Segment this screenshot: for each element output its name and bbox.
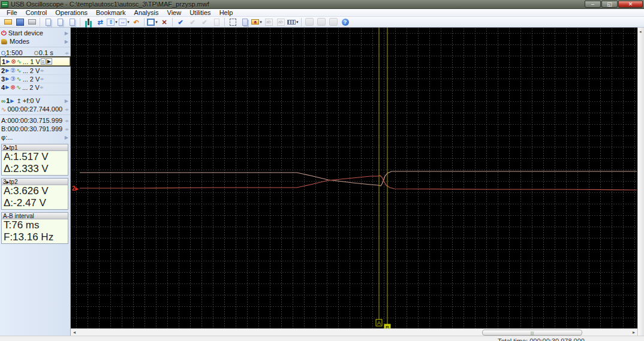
- channel-on-icon[interactable]: ③: [10, 76, 16, 82]
- menu-utilities[interactable]: Utilities: [185, 9, 215, 17]
- waveform-mode-icon[interactable]: ∿: [16, 84, 21, 90]
- horizontal-scale-icon: ⇔: [119, 19, 127, 26]
- channel-scale-label: ... 2 V: [23, 76, 40, 83]
- marker-a-row[interactable]: A:000:00:30.715.999 ◂▸: [0, 116, 70, 125]
- channel-3-row[interactable]: 3▶ ③ ∿ ... 2 V ◂▸: [0, 74, 70, 83]
- close-button[interactable]: ✕: [618, 1, 643, 8]
- tp1-delta-value: Δ:2.333 V: [2, 163, 68, 175]
- toolbar-separator: [40, 18, 40, 26]
- stepper-arrows-icon[interactable]: ◂▸: [65, 107, 69, 112]
- export-fragment-button[interactable]: [67, 17, 77, 27]
- dropdown-arrow-icon[interactable]: ▾: [260, 20, 262, 25]
- menu-help[interactable]: Help: [215, 9, 237, 17]
- trigger-channel: 1: [6, 97, 10, 104]
- stepper-arrows-icon[interactable]: ◂▸: [40, 76, 44, 82]
- stepper-arrows-icon[interactable]: ◂▸: [40, 68, 44, 73]
- tp2-amplitude-value: A:3.626 V: [2, 185, 68, 197]
- copy-selection-button[interactable]: [239, 17, 250, 27]
- select-region-button[interactable]: [227, 17, 238, 27]
- probe-icon: [88, 19, 89, 25]
- copy-oscillogram-button[interactable]: [43, 17, 53, 27]
- menu-view[interactable]: View: [163, 9, 186, 17]
- channel-number: 2: [1, 67, 5, 74]
- channel-on-icon[interactable]: ②: [10, 67, 16, 74]
- stepper-arrows-icon[interactable]: ◂▸: [40, 85, 44, 90]
- copy-screen-button[interactable]: [55, 17, 65, 27]
- open-script-button[interactable]: a▾: [251, 17, 262, 27]
- marker-b-row[interactable]: B:000:00:30.791.999 ◂▸: [0, 125, 70, 133]
- edit-script-button: ab: [275, 17, 286, 27]
- stepper-arrows-icon[interactable]: ◂▸: [65, 118, 69, 123]
- waveform-mode-icon[interactable]: ∿: [16, 76, 21, 82]
- start-device-row[interactable]: ⏻ Start device ▶: [0, 29, 70, 37]
- modes-icon: [1, 39, 7, 44]
- oscilloscope-display[interactable]: AB2▸: [71, 28, 637, 328]
- toolbar-separator: [172, 18, 173, 26]
- dropdown-arrow-icon[interactable]: ▾: [115, 20, 118, 25]
- scale-row[interactable]: 1:500 0.1 s ◂▸: [0, 49, 70, 57]
- channel-off-icon[interactable]: ⊗: [11, 58, 16, 65]
- waveform-mode-icon[interactable]: ∿: [17, 58, 22, 65]
- interval-frequency-value: F:13.16 Hz: [2, 231, 68, 243]
- display-mode-button[interactable]: ▾: [147, 17, 158, 27]
- probe-button[interactable]: [83, 17, 94, 27]
- chevron-right-icon: ▶: [65, 135, 69, 140]
- marker-a-value: A:000:00:30.715.999: [1, 117, 65, 124]
- marker-tool-button[interactable]: ✕: [159, 17, 170, 27]
- panel-view-2-button: [316, 17, 327, 27]
- channel-2-position-marker[interactable]: 2▸: [72, 185, 79, 192]
- panel-view-3-icon: [329, 18, 338, 26]
- collapse-arrow-icon[interactable]: ◂: [639, 29, 642, 34]
- print-button[interactable]: [26, 17, 37, 27]
- channel-arrow-icon: ▶: [6, 59, 10, 64]
- stepper-arrows-icon[interactable]: ◂▸: [65, 126, 69, 132]
- channel-menu-button[interactable]: ▶: [46, 58, 52, 65]
- menu-analysis[interactable]: Analysis: [130, 9, 163, 17]
- modes-row[interactable]: Modes ▶: [0, 37, 70, 46]
- help-icon: ?: [342, 19, 349, 26]
- menu-operations[interactable]: Operations: [51, 9, 92, 17]
- channel-number: 3: [1, 76, 5, 83]
- verify-check-icon: ✔: [189, 19, 197, 26]
- menu-file[interactable]: File: [2, 9, 22, 17]
- scrollbar-thumb[interactable]: |||: [482, 330, 582, 336]
- pan-mode-button[interactable]: ⇄: [95, 17, 106, 27]
- menu-control[interactable]: Control: [22, 9, 51, 17]
- maximize-button[interactable]: ◱: [601, 1, 618, 8]
- right-panel-splitter[interactable]: ◂: [637, 28, 644, 336]
- record-time-value: 000:00:27.744.000: [7, 105, 65, 113]
- phase-row[interactable]: φ:... ▶: [0, 133, 70, 141]
- waveform-mode-icon[interactable]: ∿: [16, 67, 21, 74]
- horizontal-scale-button[interactable]: ⇔▾: [119, 17, 130, 27]
- channel-2-row[interactable]: 2▶ ② ∿ ... 2 V ◂▸: [0, 66, 70, 74]
- open-file-button[interactable]: [2, 17, 13, 27]
- time-per-div-value: 0.1 s: [39, 49, 53, 56]
- stepper-arrows-icon[interactable]: ◂▸: [65, 50, 69, 56]
- dropdown-arrow-icon[interactable]: ▾: [296, 20, 299, 25]
- measure-panel-tp2: 3▸tp2 A:3.626 V Δ:-2.47 V: [1, 178, 68, 210]
- horizontal-scrollbar[interactable]: ◂ ||| ▸: [71, 328, 637, 336]
- channel-1-row[interactable]: 1▶ ⊗ ∿ ... 1 V ↨ ▶: [0, 57, 70, 66]
- panel-view-1-button: [304, 17, 315, 27]
- menu-bookmark[interactable]: Bookmark: [92, 9, 130, 17]
- channel-4-row[interactable]: 4▶ ⊗ ∿ ... 2 V ◂▸: [0, 83, 70, 91]
- channel-expand-button[interactable]: ↨: [41, 58, 46, 65]
- chevron-right-icon: ▶: [65, 98, 69, 104]
- chevron-right-icon: ▶: [65, 31, 69, 36]
- apply-check-button[interactable]: ✔: [175, 17, 186, 27]
- dropdown-arrow-icon[interactable]: ▾: [127, 20, 130, 25]
- save-icon: [16, 19, 24, 26]
- cursor-a-label: A: [377, 320, 381, 326]
- dropdown-arrow-icon[interactable]: ▾: [155, 20, 158, 25]
- record-time-row[interactable]: ∿ 000:00:27.744.000 ◂▸: [0, 105, 70, 113]
- help-button[interactable]: ?: [340, 17, 351, 27]
- minimize-button[interactable]: –: [585, 1, 601, 8]
- app-icon: [1, 1, 8, 8]
- vertical-scale-button[interactable]: ⇕▾: [107, 17, 118, 27]
- trigger-row[interactable]: ∞ 1▶ ↥ +f:0 V ▶: [0, 96, 70, 105]
- channel-number: 4: [1, 84, 5, 91]
- undo-button[interactable]: ↶: [131, 17, 142, 27]
- save-button[interactable]: [14, 17, 25, 27]
- channel-off-icon[interactable]: ⊗: [10, 84, 15, 90]
- keyboard-panel-button[interactable]: ▾: [287, 17, 299, 27]
